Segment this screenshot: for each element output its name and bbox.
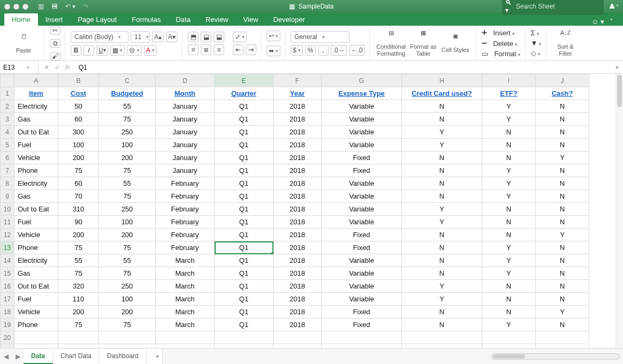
cell-H10[interactable]: Y <box>402 203 482 216</box>
row-header-20[interactable]: 20 <box>1 331 14 344</box>
ribbon-tab-insert[interactable]: Insert <box>38 13 71 26</box>
ribbon-tab-home[interactable]: Home <box>4 13 38 26</box>
column-header-D[interactable]: D <box>156 74 215 87</box>
cell-I20[interactable] <box>482 331 536 344</box>
sort-filter-button[interactable]: A↓Z Sort & Filter <box>552 29 579 57</box>
cell-H12[interactable]: N <box>402 229 482 241</box>
row-header-17[interactable]: 17 <box>1 293 14 306</box>
cell-G13[interactable]: Fixed <box>322 241 402 254</box>
cell-F11[interactable]: 2018 <box>273 216 322 229</box>
autosum-button[interactable]: Σ <box>531 29 540 37</box>
cell-H8[interactable]: N <box>402 177 482 190</box>
cell-B18[interactable]: 200 <box>58 306 99 318</box>
ribbon-tab-formulas[interactable]: Formulas <box>124 13 168 26</box>
cell-C7[interactable]: 75 <box>99 164 156 177</box>
cell-H3[interactable]: N <box>402 113 482 126</box>
cell-A10[interactable]: Out to Eat <box>14 203 58 216</box>
cell-G19[interactable]: Fixed <box>322 318 402 331</box>
cell-C3[interactable]: 75 <box>99 113 156 126</box>
cell-D4[interactable]: January <box>156 126 215 139</box>
cell-G18[interactable]: Fixed <box>322 306 402 318</box>
cell-E17[interactable]: Q1 <box>215 293 273 306</box>
cell-G12[interactable]: Fixed <box>322 229 402 241</box>
cell-C11[interactable]: 100 <box>99 216 156 229</box>
cell-C8[interactable]: 55 <box>99 177 156 190</box>
cell-H18[interactable]: N <box>402 306 482 318</box>
font-family-select[interactable]: Calibri (Body) <box>71 31 128 43</box>
cell-J8[interactable]: N <box>536 177 589 190</box>
cell-D5[interactable]: January <box>156 139 215 151</box>
collapse-ribbon-icon[interactable]: ˄ <box>610 18 613 26</box>
cell-E18[interactable]: Q1 <box>215 306 273 318</box>
cell-I7[interactable]: Y <box>482 164 536 177</box>
cell-B12[interactable]: 200 <box>58 229 99 241</box>
delete-cells-button[interactable]: Delete <box>493 40 518 48</box>
fx-icon[interactable]: fx <box>65 63 70 71</box>
row-header-4[interactable]: 4 <box>1 126 14 139</box>
cell-I6[interactable]: N <box>482 151 536 164</box>
cell-D6[interactable]: January <box>156 151 215 164</box>
cell-H6[interactable]: N <box>402 151 482 164</box>
cell-C16[interactable]: 250 <box>99 280 156 293</box>
cell-styles-button[interactable]: ▣ Cell Styles <box>439 28 472 58</box>
row-header-21[interactable]: 21 <box>1 344 14 348</box>
column-header-E[interactable]: E <box>215 74 273 87</box>
cell-I3[interactable]: Y <box>482 113 536 126</box>
cell-J20[interactable] <box>536 331 589 344</box>
cell-G10[interactable]: Variable <box>322 203 402 216</box>
search-sheet[interactable]: 🔍︎▾ <box>502 0 604 15</box>
number-format-select[interactable]: General <box>291 31 350 43</box>
cell-B4[interactable]: 300 <box>58 126 99 139</box>
cell-E14[interactable]: Q1 <box>215 254 273 267</box>
cell-E11[interactable]: Q1 <box>215 216 273 229</box>
format-as-table-button[interactable]: ▦ Format as Table <box>407 28 439 58</box>
cell-C2[interactable]: 55 <box>99 100 156 113</box>
cell-A2[interactable]: Electricity <box>14 100 58 113</box>
insert-cells-button[interactable]: Insert <box>493 29 515 37</box>
cell-I8[interactable]: Y <box>482 177 536 190</box>
cell-C21[interactable] <box>99 344 156 348</box>
cell-D3[interactable]: January <box>156 113 215 126</box>
cell-F12[interactable]: 2018 <box>273 229 322 241</box>
cell-I16[interactable]: N <box>482 280 536 293</box>
spreadsheet-grid[interactable]: ABCDEFGHIJ1ItemCostBudgetedMonthQuarterY… <box>0 74 623 348</box>
cell-F8[interactable]: 2018 <box>273 177 322 190</box>
minimize-window-icon[interactable] <box>13 4 19 10</box>
cell-G2[interactable]: Variable <box>322 100 402 113</box>
cell-F6[interactable]: 2018 <box>273 151 322 164</box>
cell-A20[interactable] <box>14 331 58 344</box>
cell-F7[interactable]: 2018 <box>273 164 322 177</box>
cell-G11[interactable]: Variable <box>322 216 402 229</box>
ribbon-tab-page-layout[interactable]: Page Layout <box>70 13 124 26</box>
cell-J19[interactable]: N <box>536 318 589 331</box>
cell-E16[interactable]: Q1 <box>215 280 273 293</box>
currency-button[interactable]: $ <box>291 45 303 56</box>
zoom-window-icon[interactable] <box>22 4 28 10</box>
cell-C19[interactable]: 75 <box>99 318 156 331</box>
cell-J13[interactable]: N <box>536 241 589 254</box>
redo-icon[interactable]: ↷ <box>83 3 88 10</box>
search-input[interactable] <box>516 3 601 10</box>
cell-C10[interactable]: 250 <box>99 203 156 216</box>
row-header-2[interactable]: 2 <box>1 100 14 113</box>
cell-B13[interactable]: 75 <box>58 241 99 254</box>
percent-button[interactable]: % <box>305 45 316 56</box>
cell-F10[interactable]: 2018 <box>273 203 322 216</box>
cell-I4[interactable]: N <box>482 126 536 139</box>
cell-B5[interactable]: 100 <box>58 139 99 151</box>
cell-G8[interactable]: Variable <box>322 177 402 190</box>
cell-F19[interactable]: 2018 <box>273 318 322 331</box>
cell-B17[interactable]: 110 <box>58 293 99 306</box>
cell-H20[interactable] <box>402 331 482 344</box>
cell-D21[interactable] <box>156 344 215 348</box>
cell-E7[interactable]: Q1 <box>215 164 273 177</box>
row-header-10[interactable]: 10 <box>1 203 14 216</box>
align-bottom-icon[interactable]: ⬓ <box>214 32 224 42</box>
orientation-icon[interactable]: ⤢ <box>233 32 247 42</box>
horizontal-scrollbar[interactable] <box>491 353 620 360</box>
table-header-budgeted[interactable]: Budgeted <box>99 87 156 100</box>
cell-D20[interactable] <box>156 331 215 344</box>
cell-F20[interactable] <box>273 331 322 344</box>
cell-D16[interactable]: March <box>156 280 215 293</box>
ribbon-tab-view[interactable]: View <box>236 13 266 26</box>
